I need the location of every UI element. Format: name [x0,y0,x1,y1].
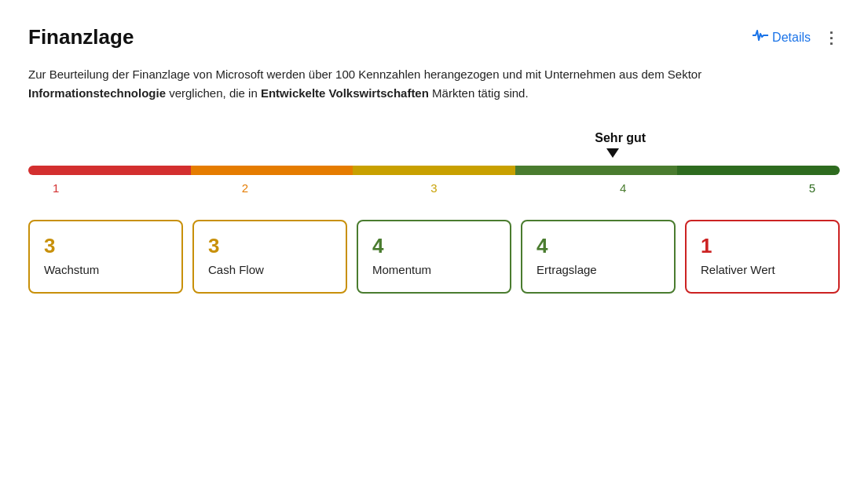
rating-label: Sehr gut [581,131,660,145]
scale-segment-5 [677,166,840,175]
description-text-before: Zur Beurteilung der Finanzlage von Micro… [28,68,701,81]
card-ertragslage-label: Ertragslage [537,261,660,278]
cards-row: 3 Wachstum 3 Cash Flow 4 Momentum 4 Ertr… [28,220,840,294]
card-wachstum[interactable]: 3 Wachstum [28,220,183,294]
card-wachstum-label: Wachstum [44,261,167,278]
card-cashflow[interactable]: 3 Cash Flow [192,220,347,294]
card-relativerwert-label: Relativer Wert [701,261,824,278]
scale-segment-4 [515,166,678,175]
rating-label-container: Sehr gut [28,131,840,166]
scale-num-1: 1 [53,181,59,195]
scale-num-5: 5 [809,181,815,195]
description-text: Zur Beurteilung der Finanzlage von Micro… [28,65,735,103]
scale-segment-2 [191,166,353,175]
card-cashflow-score: 3 [208,234,331,258]
card-cashflow-label: Cash Flow [208,261,331,278]
card-ertragslage[interactable]: 4 Ertragslage [521,220,676,294]
card-relativerwert[interactable]: 1 Relativer Wert [685,220,840,294]
scale-segment-1 [28,166,191,175]
card-relativerwert-score: 1 [701,234,824,258]
card-momentum-score: 4 [372,234,496,258]
scale-numbers: 1 2 3 4 5 [28,181,840,195]
more-menu-button[interactable]: ⋮ [823,28,840,47]
arrow-marker [606,148,619,158]
details-label: Details [772,31,811,45]
card-momentum-label: Momentum [372,261,496,278]
card-wachstum-score: 3 [44,234,167,258]
page-header: Finanzlage Details ⋮ [28,25,840,49]
description-text-middle: verglichen, die in [166,86,261,100]
scale-num-4: 4 [620,181,626,195]
card-momentum[interactable]: 4 Momentum [357,220,511,294]
scale-num-3: 3 [430,181,437,195]
pulse-icon [753,29,768,46]
card-ertragslage-score: 4 [537,234,660,258]
page-title: Finanzlage [28,25,134,49]
description-bold1: Informationstechnologie [28,86,166,100]
description-bold2: Entwickelte Volkswirtschaften [261,86,429,100]
scale-bar [28,166,840,175]
details-link[interactable]: Details [753,29,811,46]
scale-segment-3 [353,166,515,175]
rating-scale-section: Sehr gut 1 2 3 4 5 [28,131,840,195]
description-text-after: Märkten tätig sind. [429,86,529,100]
scale-num-2: 2 [242,181,248,195]
header-actions: Details ⋮ [753,28,840,47]
